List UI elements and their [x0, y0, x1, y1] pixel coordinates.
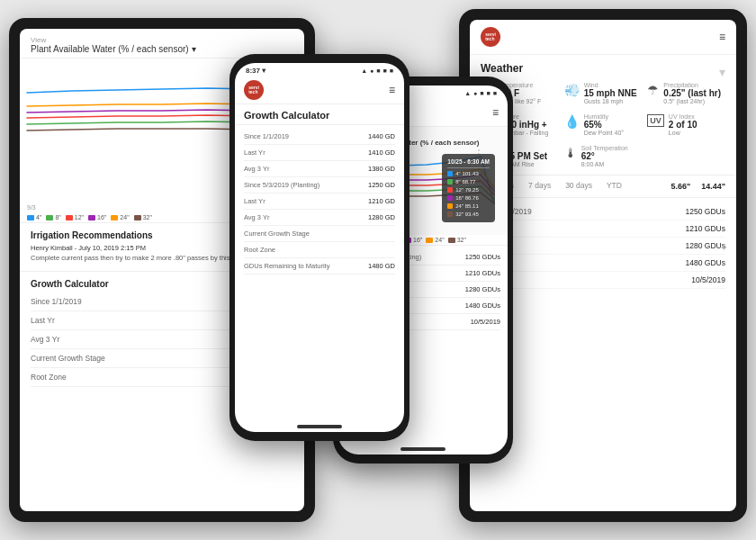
chevron-down-icon[interactable]: ▾ — [192, 44, 196, 54]
tab-30days[interactable]: 30 days — [558, 176, 599, 197]
legend-item: 24" — [111, 214, 129, 220]
page-title: Growth Calculator — [235, 104, 404, 125]
tab-7days[interactable]: 7 days — [521, 176, 558, 197]
logo-circle: servitech — [244, 80, 264, 100]
phone-center: 8:37 ▾ ▲●■■■ servitech ≡ Growth Calculat… — [230, 54, 410, 441]
phone-center-screen: 8:37 ▾ ▲●■■■ servitech ≡ Growth Calculat… — [235, 63, 404, 432]
tr-logo-circle: servitech — [481, 27, 500, 47]
list-item: Last Yr 1210 GD — [244, 194, 395, 210]
table-row: Rate 10/5/2019 — [481, 272, 725, 289]
soil-temp-icon: 🌡 — [564, 146, 577, 160]
home-bar — [297, 425, 342, 428]
phone-header: servitech ≡ — [235, 76, 404, 104]
legend-item: 32" — [448, 237, 466, 243]
table-row: Last Yr 1210 GDUs — [481, 220, 725, 238]
weather-item-soil: 🌡 Soil Temperation 62° 8:00 AM — [564, 145, 643, 167]
list-item: Since 1/1/2019 1440 GD — [244, 129, 395, 145]
hamburger-icon[interactable]: ≡ — [389, 84, 395, 96]
list-item: Avg 3 Yr 1280 GD — [244, 210, 395, 226]
table-row: Maturity 1480 GDUs — [481, 255, 725, 272]
statusbar-icons: ▲●■■■ — [361, 67, 393, 75]
chevron-right-icon[interactable]: › — [723, 238, 727, 255]
wind-icon: 💨 — [564, 83, 580, 97]
uv-icon: UV — [647, 114, 664, 127]
phone-content: Since 1/1/2019 1440 GD Last Yr 1410 GD A… — [235, 125, 404, 278]
tr-header: servitech ≡ — [470, 20, 736, 55]
weather-item-wind: 💨 Wind 15 mph NNE Gusts 18 mph — [564, 82, 643, 104]
legend-item: 24" — [426, 237, 444, 243]
phone-statusbar: 8:37 ▾ ▲●■■■ — [235, 63, 404, 76]
list-item: Last Yr 1410 GD — [244, 145, 395, 161]
statusbar-icons-right: ▲●■■■ — [464, 89, 497, 97]
weather-grid: 🌡 Temperature 85° F Feels like 92° F 💨 W… — [481, 82, 725, 167]
list-item: Avg 3 Yr 1380 GD — [244, 161, 395, 177]
list-item: GDUs Remaining to Maturity 1480 GD — [244, 258, 395, 274]
pr-tooltip: 10/25 - 6:30 AM 4" 101.43 8" 68.77 12" 7… — [442, 154, 495, 222]
legend-item: 4" — [27, 214, 41, 220]
list-item: Since 5/3/2019 (Planting) 1250 GD — [244, 177, 395, 194]
tr-logo: servitech — [481, 27, 500, 47]
legend-item: 16" — [88, 214, 106, 220]
table-row: Since 1/1/2019 1250 GDUs — [481, 203, 725, 220]
legend-item: 12" — [66, 214, 84, 220]
list-item: Current Growth Stage — [244, 226, 395, 242]
hamburger-icon-right[interactable]: ≡ — [492, 106, 499, 119]
tab-values: 5.66" 14.44" — [629, 176, 729, 197]
phone-logo: servitech — [244, 80, 264, 100]
weather-item-precip: ☂ Precipitation 0.25" (last hr) 0.5" (la… — [647, 82, 725, 104]
rain-icon: ☂ — [647, 83, 659, 97]
weather-item-uv: UV UV Index 2 of 10 Low — [647, 113, 725, 136]
tab-ytd[interactable]: YTD — [599, 176, 629, 197]
weather-item-humidity: 💧 Humidity 65% Dew Point 40° — [564, 113, 643, 136]
table-row: Avg 3 Yr 1280 GDUs — [481, 238, 725, 255]
home-bar-right — [400, 447, 446, 451]
humidity-icon: 💧 — [564, 114, 580, 129]
list-item: Root Zone — [244, 242, 395, 258]
legend-item: 8" — [46, 214, 60, 220]
tr-hamburger-icon[interactable]: ≡ — [719, 31, 725, 43]
chevron-down-icon[interactable]: ▾ — [719, 65, 725, 79]
legend-item: 32" — [134, 214, 152, 220]
tl-view-label: View — [31, 36, 293, 44]
tl-view-title: Plant Available Water (% / each sensor) … — [31, 44, 293, 54]
weather-title: Weather — [481, 62, 523, 75]
